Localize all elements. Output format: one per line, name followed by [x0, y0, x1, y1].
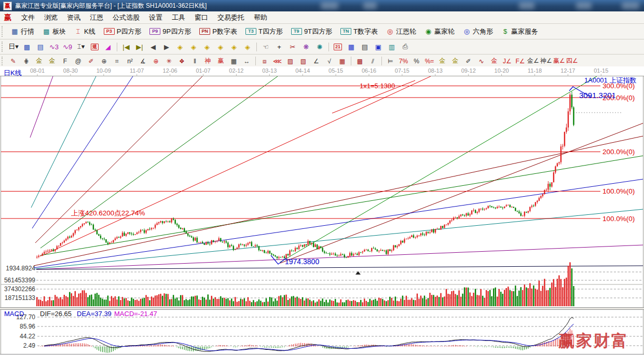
ying-grid-icon[interactable]: 赢	[215, 56, 227, 66]
number-grid-icon[interactable]: ▦	[228, 56, 240, 66]
gold-grid-icon[interactable]: 金	[33, 56, 45, 66]
export-image-icon[interactable]: ▥	[386, 42, 398, 52]
percent-icon[interactable]: %	[410, 56, 422, 66]
info-note-icon[interactable]: ▤	[34, 42, 47, 52]
menu-item-6[interactable]: 工具	[167, 12, 190, 23]
angle-mark-icon[interactable]: ∡	[137, 56, 149, 66]
winner-service-button[interactable]: $赢家服务	[497, 24, 542, 39]
gold-line-icon[interactable]: 金	[449, 56, 461, 66]
toolbar-grip[interactable]	[2, 57, 4, 66]
shade-box-icon[interactable]: ▧	[297, 56, 309, 66]
last-bar-icon[interactable]: ▶|	[133, 42, 146, 52]
wave-mark-icon[interactable]: ∿	[475, 56, 487, 66]
print-icon[interactable]: ⎙	[399, 42, 412, 52]
shen-angle-icon[interactable]: 神∠	[540, 56, 552, 66]
kline-style-dropdown[interactable]: 日▾	[7, 42, 20, 52]
dense-grid-icon[interactable]: ⌗	[111, 56, 123, 66]
pixel-grid-icon[interactable]: ▦	[336, 56, 348, 66]
check-line-icon[interactable]: √	[323, 56, 335, 66]
p-square-button[interactable]: P3P四方形	[100, 24, 146, 39]
speed-fan-icon[interactable]: ⋘	[271, 56, 283, 66]
pattern-box-icon[interactable]: 规	[88, 42, 101, 52]
menu-item-7[interactable]: 窗口	[190, 12, 213, 23]
web-box-icon[interactable]: ❖	[176, 56, 188, 66]
save-icon[interactable]: ▣	[372, 42, 385, 52]
p-number-table-button[interactable]: PNP数字表	[195, 24, 241, 39]
hexagon-button[interactable]: ◎六角形	[459, 24, 497, 39]
j-angle-icon[interactable]: J∠	[501, 56, 513, 66]
zoom-out-h-icon[interactable]: ◈	[174, 42, 186, 52]
f-angle-icon[interactable]: F∠	[514, 56, 526, 66]
calculator-icon[interactable]: ▦	[345, 42, 358, 52]
gold-zone-icon[interactable]: 金	[488, 56, 500, 66]
gann-wheel-button[interactable]: ◎江恩轮	[382, 24, 420, 39]
menu-item-5[interactable]: 设置	[144, 12, 167, 23]
trend-angle-icon[interactable]: ∠	[310, 56, 322, 66]
zoom-in-h-icon[interactable]: ◈	[187, 42, 200, 52]
window-frame-icon[interactable]: ⧈	[258, 56, 270, 66]
f-grid-icon[interactable]: F	[59, 56, 71, 66]
wave-3-icon[interactable]: ∿3	[48, 42, 60, 52]
menu-item-9[interactable]: 帮助	[249, 12, 272, 23]
hexagon-label: 六角形	[473, 27, 493, 36]
parallel-lines-icon[interactable]: ⫽	[367, 56, 379, 66]
toolbar-grip[interactable]	[2, 26, 4, 36]
menu-item-3[interactable]: 江恩	[85, 12, 108, 23]
si-angle-icon[interactable]: 四∠	[566, 56, 578, 66]
first-bar-icon[interactable]: |◀	[120, 42, 132, 52]
web-grid-icon[interactable]: ✳	[163, 56, 175, 66]
menu-item-4[interactable]: 公式选股	[108, 12, 144, 23]
flower-tool-icon[interactable]: ❋	[300, 42, 312, 52]
sectors-button[interactable]: ▩板块	[38, 24, 70, 39]
mark-pen-icon[interactable]: ✐	[462, 56, 474, 66]
circle-grid-icon[interactable]: ⊕	[98, 56, 110, 66]
scale-ruler-icon[interactable]: ⊨	[385, 56, 396, 66]
shrink-all-icon[interactable]: ◈	[241, 42, 254, 52]
h-span-icon[interactable]: ↔	[241, 56, 253, 66]
grid-pen-icon[interactable]: ▩	[354, 56, 366, 66]
percent-zone-icon[interactable]: 7%	[398, 56, 409, 66]
menu-item-0[interactable]: 文件	[17, 12, 39, 23]
chart-window-icon[interactable]: ▩	[21, 42, 33, 52]
menu-item-1[interactable]: 浏览	[39, 12, 62, 23]
n-square-icon[interactable]: n²	[124, 56, 136, 66]
wave-9-icon[interactable]: ∿9	[61, 42, 74, 52]
winner-wheel-button[interactable]: ◉赢家轮	[420, 24, 459, 39]
candle-style-dropdown[interactable]: ⌶▾	[75, 42, 87, 52]
gann-compass-icon[interactable]: ⊕	[150, 56, 162, 66]
t-square-button[interactable]: T3T四方形	[241, 24, 287, 39]
color-fan-icon[interactable]: ◢	[102, 42, 114, 52]
menu-item-8[interactable]: 交易委托	[213, 12, 249, 23]
menu-item-2[interactable]: 资讯	[62, 12, 85, 23]
expand-h-icon[interactable]: ◈	[201, 42, 213, 52]
hand-tool-icon[interactable]: ☜	[259, 42, 272, 52]
spiral-tool-icon[interactable]: @	[72, 56, 84, 66]
marks-icon[interactable]: ǁ	[189, 56, 201, 66]
grid-tool-icon[interactable]: ⋕	[20, 56, 32, 66]
market-quotes-button[interactable]: ▦行情	[7, 24, 38, 39]
shen-grid-icon[interactable]: 神	[202, 56, 214, 66]
next-bar-icon[interactable]: ▶	[160, 42, 173, 52]
crosshair-tool-icon[interactable]: +	[273, 42, 285, 52]
prev-bar-icon[interactable]: ◀	[147, 42, 159, 52]
percent-line-icon[interactable]: %=	[423, 56, 435, 66]
p9-square-button[interactable]: P99P四方形	[145, 24, 195, 39]
chart-area[interactable]: 08-0108-3010-0911-0712-0601-0702-1203-13…	[0, 66, 644, 355]
shrink-h-icon[interactable]: ◈	[214, 42, 227, 52]
t-number-table-button[interactable]: TNT数字表	[336, 24, 382, 39]
pencil-tool-icon[interactable]: ✎	[7, 56, 19, 66]
fan-box-icon[interactable]: ▨	[284, 56, 296, 66]
ying-angle-icon[interactable]: 赢∠	[553, 56, 565, 66]
gold-angle-icon[interactable]: 金∠	[527, 56, 539, 66]
notepad-icon[interactable]: ▤	[359, 42, 371, 52]
calendar-icon[interactable]: 21	[332, 42, 344, 52]
gold-grid2-icon[interactable]: 金	[46, 56, 58, 66]
toolbar-grip[interactable]	[2, 42, 4, 52]
measure-tool-icon[interactable]: ✂	[286, 42, 299, 52]
expand-all-icon[interactable]: ◈	[228, 42, 240, 52]
brain-tool-icon[interactable]: ✺	[313, 42, 326, 52]
kline-button[interactable]: ⌶K线	[70, 24, 100, 39]
t9-square-button[interactable]: T99T四方形	[287, 24, 336, 39]
gold-circle-icon[interactable]: 金	[436, 56, 448, 66]
pencil2-tool-icon[interactable]: ✐	[85, 56, 97, 66]
